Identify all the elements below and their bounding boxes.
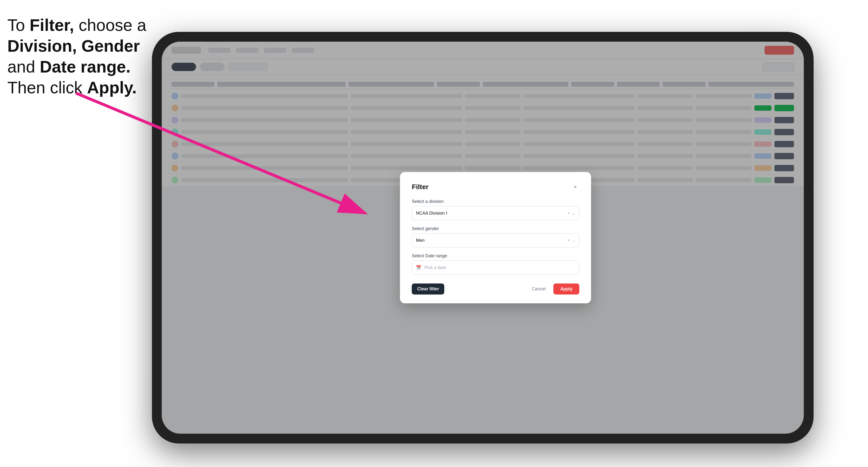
clear-filter-button[interactable]: Clear filter	[412, 283, 444, 294]
division-form-group: Select a division NCAA Division I × ⌄	[412, 199, 579, 220]
dialog-footer-right: Cancel Apply	[528, 283, 579, 294]
dialog-header: Filter ×	[412, 183, 579, 191]
date-range-label: Select Date range	[412, 253, 579, 258]
instruction-apply-bold: Apply.	[87, 78, 137, 97]
cancel-button[interactable]: Cancel	[528, 284, 549, 294]
division-clear-icon[interactable]: ×	[567, 211, 570, 215]
gender-value: Men	[416, 238, 425, 243]
gender-form-group: Select gender Men × ⌄	[412, 226, 579, 247]
gender-controls: × ⌄	[567, 238, 575, 243]
dialog-title: Filter	[412, 183, 428, 191]
instruction-then: Then click	[7, 78, 87, 97]
gender-label: Select gender	[412, 226, 579, 231]
gender-select[interactable]: Men × ⌄	[412, 233, 579, 247]
tablet-frame: Filter × Select a division NCAA Division…	[152, 32, 814, 443]
date-range-input[interactable]: 📅 Pick a date	[412, 260, 579, 275]
app-content: Filter × Select a division NCAA Division…	[162, 42, 804, 434]
gender-chevron-icon: ⌄	[572, 239, 575, 242]
division-select[interactable]: NCAA Division I × ⌄	[412, 206, 579, 220]
instruction-and: and	[7, 57, 40, 76]
division-controls: × ⌄	[567, 211, 575, 215]
calendar-icon: 📅	[416, 265, 421, 270]
tablet-screen: Filter × Select a division NCAA Division…	[162, 42, 804, 434]
division-chevron-icon: ⌄	[572, 211, 575, 215]
instruction-block: To Filter, choose a Division, Gender and…	[7, 15, 150, 98]
date-range-form-group: Select Date range 📅 Pick a date	[412, 253, 579, 275]
dialog-footer: Clear filter Cancel Apply	[412, 283, 579, 294]
division-value: NCAA Division I	[416, 211, 447, 216]
instruction-filter-bold: Filter,	[30, 16, 74, 34]
instruction-division-bold: Division, Gender	[7, 36, 140, 55]
gender-clear-icon[interactable]: ×	[567, 238, 570, 243]
instruction-date-bold: Date range.	[40, 57, 130, 76]
filter-dialog: Filter × Select a division NCAA Division…	[400, 172, 591, 303]
instruction-line2: choose a	[74, 16, 146, 34]
dialog-close-button[interactable]: ×	[571, 183, 579, 191]
instruction-line1: To	[7, 16, 30, 34]
division-label: Select a division	[412, 199, 579, 204]
date-placeholder: Pick a date	[424, 265, 446, 270]
apply-button[interactable]: Apply	[553, 283, 579, 294]
